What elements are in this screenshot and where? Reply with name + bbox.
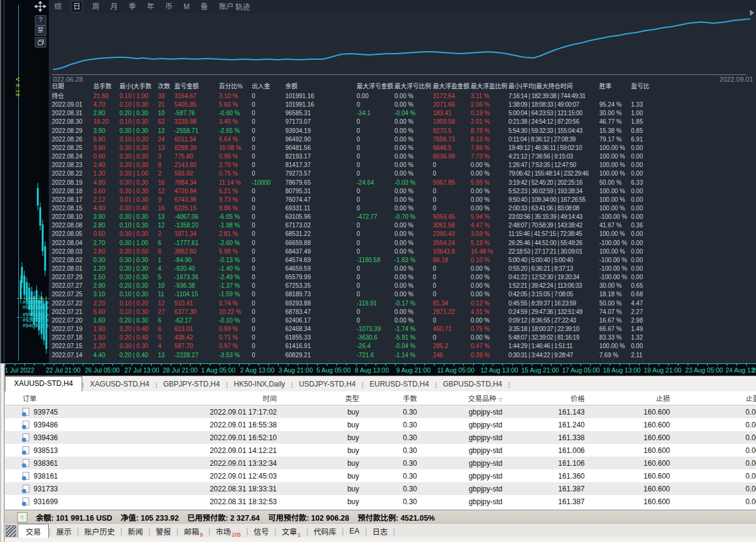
stat-cell: 0.00 <box>631 273 643 282</box>
stat-cell: 0 <box>252 282 255 290</box>
stat-cell: 2.90 <box>93 282 105 290</box>
orders-column-header[interactable]: 类型 <box>280 391 363 405</box>
stat-cell: 最大浮盈比例 <box>471 82 507 91</box>
menu-item-币[interactable]: 币 <box>163 1 174 13</box>
stat-cell: 0 <box>252 196 255 204</box>
dock-handle-icon[interactable] <box>5 525 16 537</box>
stat-cell: 2.11 <box>631 351 643 360</box>
stat-cell: 0 <box>357 248 360 256</box>
stat-cell: 2022.08.04 <box>52 239 82 248</box>
terminal-tab-邮箱[interactable]: 邮箱9 <box>179 524 209 538</box>
window-edge[interactable] <box>0 0 5 363</box>
stat-cell: 出入金 <box>252 82 270 91</box>
chart-tab-hk50-inx[interactable]: HK50-INX,Daily <box>228 377 291 391</box>
orders-column-header[interactable]: 价格 <box>506 391 588 405</box>
orders-column-header[interactable]: 交易品种▽ <box>421 391 506 405</box>
axis-tick <box>688 364 688 366</box>
orders-column-header[interactable]: 时间 <box>141 391 280 405</box>
menu-item-周[interactable]: 周 <box>90 1 101 13</box>
stat-cell: 46.77 % <box>599 118 622 126</box>
chart-tab-gbpusd-std[interactable]: GBPUSD-STD,H4 <box>437 377 508 391</box>
stat-cell: 0.90 <box>93 152 105 161</box>
stat-cell: 0.10 | 0.30 <box>119 135 148 144</box>
menu-item-账户[interactable]: 账户 <box>217 1 235 13</box>
stat-cell: 613.01 <box>174 325 193 333</box>
stat-cell: 0 <box>252 109 255 118</box>
stat-cell: -2.65 % <box>219 127 240 135</box>
stat-cell: 2871.22 <box>433 308 455 316</box>
menu-item-年[interactable]: 年 <box>145 1 156 13</box>
window-edge[interactable] <box>0 363 5 542</box>
terminal-tab-警报[interactable]: 警报 <box>151 524 177 538</box>
terminal-tab-交易[interactable]: 交易 <box>18 524 49 539</box>
terminal-tab-EA[interactable]: EA <box>344 526 365 537</box>
order-row[interactable]: 9383612022.09.01 13:32:34buy0.30gbpjpy-s… <box>5 457 756 469</box>
menu-item-备[interactable]: 备 <box>199 1 210 13</box>
stat-cell: 79:06:42 | 155:48:14 | 232:29:46 <box>508 169 588 178</box>
axis-tick <box>483 364 483 366</box>
axis-tick <box>5 364 5 366</box>
order-row[interactable]: 9394362022.09.01 16:52:10buy0.30gbpjpy-s… <box>5 431 756 444</box>
ban-button[interactable]: 禁 <box>35 26 46 36</box>
order-cell: 938161 <box>5 469 141 482</box>
stat-cell: 最小|大手数 <box>119 82 152 91</box>
stat-cell: 3.90 <box>93 213 105 221</box>
order-row[interactable]: 9397452022.09.01 17:17:02buy0.30gbpjpy-s… <box>5 405 756 419</box>
axis-tick <box>307 364 308 366</box>
menu-item-日[interactable]: 日 <box>71 1 83 13</box>
stat-cell: 60829.21 <box>285 351 311 360</box>
terminal-tab-新闻[interactable]: 新闻 <box>122 524 148 538</box>
orders-column-header[interactable]: 止盈 <box>674 391 756 405</box>
orders-column-header[interactable]: 止损 <box>588 391 674 405</box>
chart-shift-icon[interactable] <box>750 10 754 16</box>
chart-tab-bar: XAUUSD-STD,H4|XAGUSD-STD,H4|GBPJPY-STD,H… <box>0 376 756 391</box>
order-row[interactable]: 9317332022.08.31 18:33:31buy0.30gbpjpy-s… <box>5 482 756 495</box>
stat-cell: 2022.08.18 <box>52 187 82 196</box>
orders-column-header[interactable]: 手数 <box>363 391 421 405</box>
stat-cell: 0.97 % <box>219 342 238 351</box>
terminal-tab-文章[interactable]: 文章1 <box>276 524 306 538</box>
chart-tab-usdjpy-std[interactable]: USDJPY-STD,H4 <box>293 377 362 391</box>
order-row[interactable]: 9316992022.08.31 18:32:53buy0.30gbpjpy-s… <box>5 495 756 508</box>
menu-item-M[interactable]: M <box>182 1 191 13</box>
terminal-tab-展示[interactable]: 展示 <box>51 524 77 538</box>
terminal-tab-信号[interactable]: 信号 <box>248 524 274 538</box>
help-button[interactable]: ? <box>35 15 46 26</box>
order-cell: gbpjpy-std <box>421 457 506 469</box>
stat-cell: 68783.47 <box>285 308 311 316</box>
chart-tab-eurusd-std[interactable]: EURUSD-STD,H4 <box>363 377 435 391</box>
terminal-tab-市场[interactable]: 市场105 <box>210 524 246 538</box>
menu-item-综[interactable]: 综 <box>52 1 63 13</box>
time-axis-bar[interactable]: 21 Jul 202222 Jul 21:0026 Jul 05:0027 Ju… <box>0 363 756 376</box>
order-cell: 931733 <box>5 482 141 495</box>
order-row[interactable]: 9394862022.09.01 16:55:38buy0.30gbpjpy-s… <box>5 418 756 431</box>
stat-cell: 0 <box>357 127 360 135</box>
terminal-tab-日志[interactable]: 日志 <box>367 524 393 538</box>
chart-tab-xauusd-std[interactable]: XAUUSD-STD,H4 <box>5 376 82 391</box>
orders-column-header[interactable]: 订单 <box>5 391 141 405</box>
stat-cell: 0.20 | 0.40 <box>119 351 148 360</box>
stat-cell: -1.40 % <box>219 265 240 273</box>
terminal-tab-账户历史[interactable]: 账户历史 <box>79 524 120 538</box>
menu-item-月[interactable]: 月 <box>109 1 119 13</box>
stat-cell: 0.00 % <box>394 169 413 178</box>
terminal-tab-代码库[interactable]: 代码库 <box>308 524 342 538</box>
stat-cell: 18.18 % <box>599 290 622 299</box>
account-status-bar: ↑ 余额: 101 991.16 USD 净值: 105 233.92 已用预付… <box>0 510 756 524</box>
stat-cell: 23:03:56 | 35:15:39 | 49:14:43 <box>508 213 582 221</box>
axis-tick <box>717 364 718 366</box>
order-row[interactable]: 9385132022.09.01 14:12:21buy0.30gbpjpy-s… <box>5 444 756 457</box>
stat-cell: 0.30 | 0.30 <box>119 273 148 282</box>
track-menu-item[interactable]: 轨迹 <box>235 1 250 12</box>
menu-item-季[interactable]: 季 <box>127 1 138 13</box>
move-cross-icon[interactable] <box>34 1 46 12</box>
restore-window-button[interactable] <box>35 37 46 48</box>
chart-tab-xagusd-std[interactable]: XAGUSD-STD,H4 <box>84 377 155 391</box>
stat-cell: -0.17 % <box>394 299 415 308</box>
tab-separator: | <box>393 527 395 535</box>
stat-cell: 1.60 <box>93 316 105 325</box>
stat-cell: 0 <box>433 196 437 204</box>
chart-tab-gbpjpy-std[interactable]: GBPJPY-STD,H4 <box>157 377 226 391</box>
order-row[interactable]: 9381612022.09.01 12:45:03buy0.30gbpjpy-s… <box>5 469 756 482</box>
stat-cell: -1.98 % <box>219 221 240 230</box>
